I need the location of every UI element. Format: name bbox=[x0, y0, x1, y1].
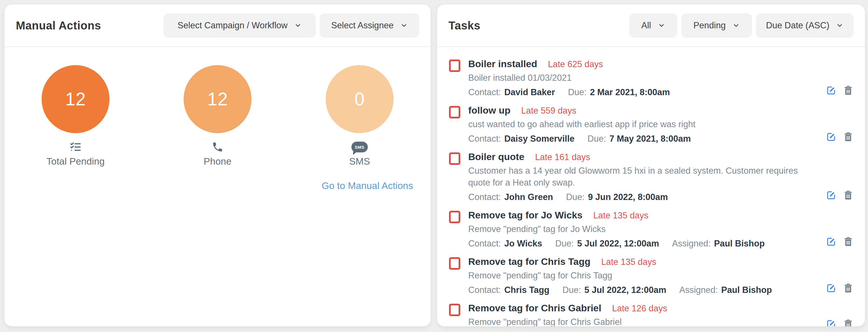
task-actions bbox=[826, 85, 854, 96]
task-checkbox[interactable] bbox=[449, 211, 460, 223]
contact-value: David Baker bbox=[504, 87, 555, 98]
task-title: Remove tag for Chris Tagg bbox=[468, 256, 590, 267]
task-row: Boiler installed Late 625 days Boiler in… bbox=[449, 58, 854, 98]
campaign-workflow-dropdown-label: Select Campaign / Workflow bbox=[178, 20, 288, 31]
due-label: Due: bbox=[562, 285, 581, 295]
task-assigned: Assigned: Paul Bishop bbox=[679, 285, 772, 295]
contact-label: Contact: bbox=[468, 134, 501, 144]
assignee-dropdown[interactable]: Select Assignee bbox=[320, 13, 419, 38]
task-title: Boiler quote bbox=[468, 151, 524, 162]
task-title-line: Remove tag for Jo Wicks Late 135 days bbox=[468, 210, 818, 221]
task-checkbox[interactable] bbox=[449, 59, 460, 72]
edit-task-button[interactable] bbox=[826, 132, 837, 142]
sms-label: SMS bbox=[349, 156, 370, 167]
contact-label: Contact: bbox=[468, 285, 501, 295]
task-checkbox[interactable] bbox=[449, 106, 460, 118]
task-assigned: Assigned: Paul Bishop bbox=[672, 239, 765, 249]
edit-icon bbox=[826, 85, 837, 96]
task-description: Customer has a 14 year old Glowworm 15 h… bbox=[468, 165, 818, 189]
task-row: Remove tag for Chris Gabriel Late 126 da… bbox=[449, 303, 854, 326]
tasks-title: Tasks bbox=[448, 19, 480, 32]
edit-icon bbox=[826, 236, 837, 247]
edit-task-button[interactable] bbox=[826, 190, 837, 200]
go-to-manual-actions-link[interactable]: Go to Manual Actions bbox=[322, 180, 413, 191]
due-label: Due: bbox=[588, 134, 606, 144]
due-label: Due: bbox=[555, 239, 574, 249]
task-meta: Contact: David Baker Due: 2 Mar 2021, 8:… bbox=[468, 87, 818, 98]
sms-icon: SMS bbox=[351, 140, 368, 154]
contact-value: Chris Tagg bbox=[504, 285, 550, 295]
task-late-badge: Late 126 days bbox=[612, 303, 667, 313]
task-status-dropdown-label: Pending bbox=[693, 20, 726, 31]
task-contact: Contact: David Baker bbox=[468, 87, 555, 98]
task-title: Remove tag for Chris Gabriel bbox=[468, 303, 601, 313]
edit-icon bbox=[826, 132, 837, 142]
contact-value: Daisy Somerville bbox=[504, 134, 574, 144]
task-due: Due: 5 Jul 2022, 12:00am bbox=[555, 239, 659, 249]
assignee-dropdown-label: Select Assignee bbox=[331, 20, 394, 31]
checklist-icon bbox=[69, 140, 82, 154]
task-row: Boiler quote Late 161 days Customer has … bbox=[449, 151, 854, 202]
trash-icon bbox=[843, 236, 854, 247]
task-contact: Contact: Jo Wicks bbox=[468, 239, 542, 249]
delete-task-button[interactable] bbox=[843, 132, 854, 142]
edit-task-button[interactable] bbox=[826, 236, 837, 247]
chevron-down-icon bbox=[733, 22, 740, 29]
edit-task-button[interactable] bbox=[826, 319, 837, 326]
task-contact: Contact: Daisy Somerville bbox=[468, 134, 575, 144]
task-body: Remove tag for Jo Wicks Late 135 days Re… bbox=[468, 210, 818, 249]
task-title-line: Boiler quote Late 161 days bbox=[468, 151, 818, 162]
task-body: follow up Late 559 days cust wanted to g… bbox=[468, 105, 818, 144]
due-value: 9 Jun 2022, 8:00am bbox=[588, 192, 668, 202]
task-body: Boiler installed Late 625 days Boiler in… bbox=[468, 58, 818, 98]
trash-icon bbox=[843, 85, 854, 96]
contact-value: Jo Wicks bbox=[504, 239, 542, 249]
task-checkbox[interactable] bbox=[449, 257, 460, 270]
task-due: Due: 7 May 2021, 8:00am bbox=[588, 134, 691, 144]
task-checkbox[interactable] bbox=[449, 153, 460, 165]
campaign-workflow-dropdown[interactable]: Select Campaign / Workflow bbox=[163, 13, 316, 38]
task-title-line: follow up Late 559 days bbox=[468, 105, 818, 116]
task-type-dropdown[interactable]: All bbox=[629, 13, 677, 38]
task-actions bbox=[826, 283, 854, 294]
due-value: 7 May 2021, 8:00am bbox=[610, 134, 691, 144]
delete-task-button[interactable] bbox=[843, 190, 854, 200]
task-body: Remove tag for Chris Gabriel Late 126 da… bbox=[468, 303, 818, 326]
contact-label: Contact: bbox=[468, 239, 501, 249]
delete-task-button[interactable] bbox=[843, 283, 854, 294]
delete-task-button[interactable] bbox=[843, 319, 854, 326]
task-contact: Contact: Chris Tagg bbox=[468, 285, 550, 295]
sms-icon-text: SMS bbox=[355, 145, 364, 149]
task-description: Remove "pending" tag for Jo Wicks bbox=[468, 223, 818, 236]
task-row: Remove tag for Chris Tagg Late 135 days … bbox=[449, 256, 854, 295]
task-checkbox[interactable] bbox=[449, 304, 460, 316]
assigned-label: Assigned: bbox=[679, 285, 718, 295]
manual-actions-panel: Manual Actions Select Campaign / Workflo… bbox=[4, 4, 431, 326]
task-sort-dropdown[interactable]: Due Date (ASC) bbox=[756, 13, 854, 38]
task-sort-dropdown-label: Due Date (ASC) bbox=[766, 20, 830, 31]
chevron-down-icon bbox=[294, 22, 302, 29]
edit-icon bbox=[826, 190, 837, 200]
trash-icon bbox=[843, 132, 854, 142]
task-late-badge: Late 559 days bbox=[521, 106, 576, 116]
due-value: 5 Jul 2022, 12:00am bbox=[577, 239, 659, 249]
task-title-line: Boiler installed Late 625 days bbox=[468, 58, 818, 70]
task-late-badge: Late 625 days bbox=[548, 59, 603, 70]
manual-actions-title: Manual Actions bbox=[16, 19, 101, 32]
edit-task-button[interactable] bbox=[826, 283, 837, 294]
task-meta: Contact: John Green Due: 9 Jun 2022, 8:0… bbox=[468, 192, 818, 202]
task-description: Remove "pending" tag for Chris Gabriel bbox=[468, 316, 818, 326]
contact-label: Contact: bbox=[468, 87, 501, 98]
delete-task-button[interactable] bbox=[843, 236, 854, 247]
task-meta: Contact: Daisy Somerville Due: 7 May 202… bbox=[468, 134, 818, 144]
edit-task-button[interactable] bbox=[826, 85, 837, 96]
task-actions bbox=[826, 132, 854, 142]
assigned-value: Paul Bishop bbox=[721, 285, 772, 295]
stat-total-pending: 12 Total Pending bbox=[4, 65, 147, 167]
due-value: 2 Mar 2021, 8:00am bbox=[590, 87, 670, 98]
task-due: Due: 9 Jun 2022, 8:00am bbox=[566, 192, 668, 202]
stat-phone: 12 Phone bbox=[147, 65, 288, 167]
task-actions bbox=[826, 190, 854, 200]
task-status-dropdown[interactable]: Pending bbox=[681, 13, 752, 38]
delete-task-button[interactable] bbox=[843, 85, 854, 96]
